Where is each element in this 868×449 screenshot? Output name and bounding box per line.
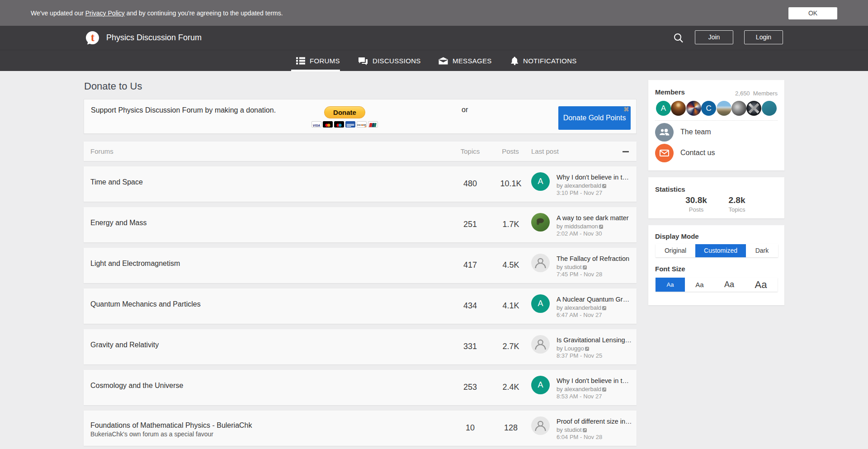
svg-text:t: t	[91, 31, 95, 43]
svg-text:VISA: VISA	[313, 124, 320, 127]
